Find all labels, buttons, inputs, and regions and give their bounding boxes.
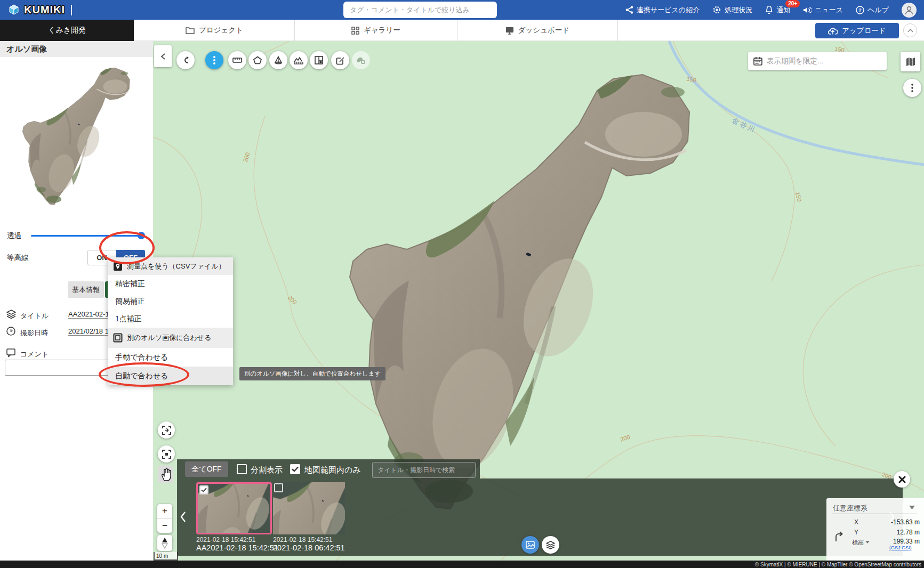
global-search[interactable]	[343, 2, 497, 18]
pencil-edit-icon	[336, 56, 345, 65]
brand-name: KUMIKI	[24, 4, 65, 16]
chevron-down-icon[interactable]	[865, 541, 870, 543]
panel-collapse-button[interactable]	[154, 45, 172, 67]
chevron-up-icon	[907, 29, 913, 33]
all-off-button[interactable]: 全てOFF	[185, 461, 228, 477]
grid-icon	[351, 27, 359, 35]
top-bar: KUMIKI 連携サービスの紹介 処理状況 通知 20+ ニュース	[0, 0, 924, 20]
layout-grid-icon	[315, 56, 323, 64]
check-icon	[201, 488, 207, 492]
bell-icon	[765, 5, 773, 14]
datetime-field-value[interactable]: 2021/02/18 1	[68, 327, 109, 336]
close-icon	[898, 476, 906, 483]
chevron-left-icon	[160, 53, 166, 60]
comment-input[interactable]	[5, 360, 123, 376]
upload-button[interactable]: アップロード	[815, 23, 899, 38]
contour-toggle-label: 等高線	[7, 253, 29, 263]
gallery-search-input[interactable]	[377, 466, 470, 474]
x-value: -153.63 m	[877, 518, 920, 526]
brand[interactable]: KUMIKI	[7, 0, 72, 20]
split-view-checkbox[interactable]	[237, 464, 247, 474]
header-collapse-button[interactable]	[903, 23, 917, 37]
more-tools-button[interactable]	[205, 51, 223, 69]
gallery-search[interactable]	[372, 462, 476, 478]
global-search-input[interactable]	[350, 6, 491, 14]
paint-icon	[356, 56, 366, 64]
layout-compare-button[interactable]	[310, 51, 328, 69]
date-filter-input[interactable]	[767, 57, 881, 65]
paint-tool-button	[352, 51, 370, 69]
comment-icon	[6, 348, 15, 357]
crs-select[interactable]: 任意座標系	[833, 504, 867, 513]
image-layer-button[interactable]	[521, 536, 539, 554]
tab-gallery[interactable]: ギャラリー	[295, 20, 457, 41]
share-icon	[625, 6, 633, 14]
zoom-in-button[interactable]: +	[157, 504, 172, 518]
gsj-gsi-links[interactable]: (GSJ GSI)	[889, 545, 912, 550]
zoom-controls[interactable]: + −	[157, 504, 172, 533]
menu-item-manual-match[interactable]: 手動で合わせる	[108, 348, 233, 367]
title-field-value[interactable]: AA2021-02-1	[68, 310, 109, 319]
menu-item-simple-fix[interactable]: 簡易補正	[108, 293, 233, 310]
dots-vertical-icon	[911, 84, 913, 92]
measure-distance-button[interactable]	[228, 51, 246, 69]
thumbnail-item-1[interactable]	[196, 482, 272, 534]
tab-workspace[interactable]: くみき開発	[0, 20, 134, 41]
speaker-icon	[803, 6, 811, 14]
map-extent-checkbox[interactable]	[290, 464, 300, 474]
panel-close-button[interactable]	[894, 471, 910, 488]
altitude-label[interactable]: 標高	[852, 539, 864, 547]
divider	[71, 5, 72, 15]
focus-frame-button[interactable]	[158, 445, 175, 462]
tab-dashboard[interactable]: ダッシュボード	[457, 20, 618, 41]
thumbnail-1-checkbox[interactable]	[199, 485, 208, 494]
measure-area-button[interactable]	[248, 51, 267, 69]
undo-button[interactable]	[176, 51, 195, 69]
square-overlap-icon	[113, 333, 123, 343]
layers-button[interactable]	[542, 536, 559, 554]
thumbnail-item-2[interactable]	[273, 482, 345, 534]
opacity-slider[interactable]	[31, 235, 141, 237]
y-label: Y	[854, 529, 858, 536]
nav-item-help[interactable]: ? ヘルプ	[856, 5, 889, 15]
elevation-profile-button[interactable]	[290, 51, 308, 69]
survey-pin-icon	[113, 262, 123, 271]
strip-prev-button[interactable]	[179, 510, 187, 523]
compass-button[interactable]	[157, 535, 172, 551]
nav-item-news[interactable]: ニュース	[803, 5, 843, 15]
nav-item-services[interactable]: 連携サービスの紹介	[625, 5, 700, 15]
tab-projects[interactable]: プロジェクト	[134, 20, 295, 41]
basic-info-button[interactable]: 基本情報	[68, 281, 104, 298]
transform-arrow-icon[interactable]	[834, 531, 845, 542]
nav-item-notifications[interactable]: 通知 20+	[765, 5, 790, 15]
chevron-down-icon[interactable]	[909, 506, 915, 509]
orthophoto-overlay[interactable]	[350, 75, 689, 509]
measure-volume-button[interactable]	[269, 51, 287, 69]
thumbnail-2-checkbox[interactable]	[274, 483, 283, 492]
menu-header-match-ortho: 別のオルソ画像に合わせる	[108, 328, 233, 348]
auto-match-tooltip: 別のオルソ画像に対し、自動で位置合わせします	[239, 367, 385, 380]
gear-icon	[712, 5, 721, 14]
calendar-icon	[753, 56, 762, 66]
thumbnail-2-date: 2021-02-18 15:42:51	[273, 536, 332, 543]
fit-extent-button[interactable]	[158, 421, 175, 439]
zoom-out-button[interactable]: −	[157, 519, 172, 533]
menu-item-auto-match[interactable]: 自動で合わせる	[108, 367, 233, 385]
date-filter[interactable]	[748, 52, 887, 70]
layers-stack-icon	[546, 541, 555, 549]
clock-icon	[6, 327, 15, 336]
terrain-profile-icon	[294, 56, 303, 64]
opacity-slider-knob[interactable]	[138, 232, 145, 239]
map-options-button[interactable]	[903, 79, 921, 97]
nav-item-processing[interactable]: 処理状況	[712, 5, 752, 15]
folder-icon	[186, 27, 195, 34]
menu-header-survey: 測量点を使う（CSVファイル）	[108, 257, 233, 275]
menu-item-precise-fix[interactable]: 精密補正	[108, 275, 233, 293]
basemap-button[interactable]	[901, 52, 920, 71]
cone-icon	[274, 56, 283, 64]
help-icon: ?	[856, 6, 864, 14]
user-avatar[interactable]	[902, 3, 917, 18]
menu-item-one-point-fix[interactable]: 1点補正	[108, 310, 233, 328]
svg-text:200: 200	[242, 151, 251, 163]
annotation-edit-button[interactable]	[331, 51, 349, 69]
